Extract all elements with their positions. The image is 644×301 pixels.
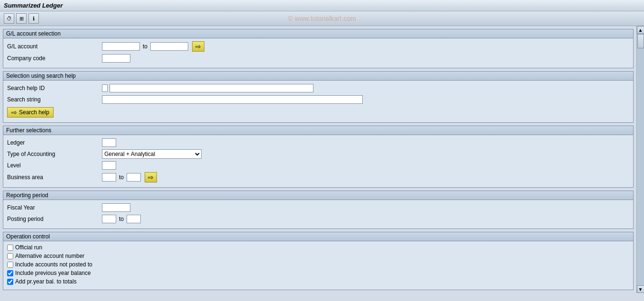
- official-run-label: Official run: [15, 244, 42, 251]
- business-area-from-input[interactable]: [102, 173, 116, 182]
- search-string-input[interactable]: [102, 95, 363, 104]
- include-previous-year-label: Include previous year balance: [15, 270, 91, 276]
- scroll-track: [637, 34, 644, 285]
- business-area-row: Business area to ⇨: [7, 172, 629, 182]
- fiscal-year-label: Fiscal Year: [7, 204, 102, 211]
- ledger-input[interactable]: [102, 138, 116, 147]
- include-previous-year-checkbox[interactable]: [7, 270, 13, 276]
- search-help-btn-arrow-icon: ⇨: [11, 109, 17, 116]
- ledger-row: Ledger: [7, 138, 629, 147]
- reporting-period-section: Reporting period Fiscal Year 2018 Postin…: [3, 191, 634, 229]
- further-selections-header: Further selections: [3, 126, 633, 135]
- toolbar-btn-grid[interactable]: ⊞: [16, 13, 27, 24]
- include-accounts-not-posted-row: Include accounts not posted to: [7, 261, 629, 268]
- type-of-accounting-label: Type of Accounting: [7, 151, 102, 157]
- business-area-to-label: to: [119, 174, 124, 181]
- scroll-thumb[interactable]: [637, 34, 644, 48]
- search-string-row: Search string: [7, 95, 629, 104]
- operation-control-header: Operation control: [3, 232, 633, 241]
- search-help-button[interactable]: ⇨ Search help: [7, 107, 54, 118]
- type-of-accounting-select[interactable]: General + Analytical General Analytical: [102, 149, 202, 159]
- search-help-id-input[interactable]: [110, 84, 313, 92]
- alternative-account-row: Alternative account number: [7, 253, 629, 259]
- title-bar: Summarized Ledger: [0, 0, 644, 11]
- level-row: Level 1: [7, 161, 629, 170]
- add-pr-year-bal-checkbox[interactable]: [7, 279, 13, 285]
- gl-account-arrow-btn[interactable]: ⇨: [192, 41, 204, 52]
- alternative-account-label: Alternative account number: [15, 253, 84, 259]
- gl-account-row: G/L account to ⇨: [7, 41, 629, 52]
- ledger-label: Ledger: [7, 139, 102, 146]
- toolbar-btn-info[interactable]: ℹ: [28, 13, 39, 24]
- official-run-row: Official run: [7, 244, 629, 251]
- search-help-id-label: Search help ID: [7, 85, 102, 91]
- business-area-label: Business area: [7, 174, 102, 181]
- add-pr-year-bal-label: Add pr.year bal. to totals: [15, 278, 76, 285]
- posting-period-from-input[interactable]: 9: [102, 215, 116, 223]
- gl-account-label: G/L account: [7, 43, 102, 50]
- posting-period-row: Posting period 9 to 9: [7, 214, 629, 224]
- fiscal-year-row: Fiscal Year 2018: [7, 203, 629, 212]
- include-previous-year-row: Include previous year balance: [7, 270, 629, 276]
- fiscal-year-input[interactable]: 2018: [102, 203, 130, 212]
- scrollbar[interactable]: ▲ ▼: [636, 26, 644, 293]
- gl-account-to-label: to: [143, 43, 147, 50]
- gl-account-to-input[interactable]: [150, 42, 188, 51]
- company-code-row: Company code 0001: [7, 54, 629, 63]
- gl-account-from-input[interactable]: [102, 42, 140, 51]
- include-accounts-not-posted-checkbox[interactable]: [7, 262, 13, 268]
- search-help-section: Selection using search help Search help …: [3, 71, 634, 123]
- scroll-down-arrow[interactable]: ▼: [637, 285, 644, 293]
- gl-account-selection-section: G/L account selection G/L account to ⇨ C…: [3, 29, 634, 68]
- search-help-btn-label: Search help: [19, 109, 49, 116]
- search-help-btn-row: ⇨ Search help: [7, 106, 629, 118]
- scroll-up-arrow[interactable]: ▲: [637, 26, 644, 34]
- operation-control-section: Operation control Official run Alternati…: [3, 232, 634, 290]
- business-area-to-input[interactable]: [127, 173, 141, 182]
- reporting-period-header: Reporting period: [3, 191, 633, 200]
- official-run-checkbox[interactable]: [7, 245, 13, 251]
- type-of-accounting-row: Type of Accounting General + Analytical …: [7, 149, 629, 159]
- company-code-label: Company code: [7, 55, 102, 62]
- business-area-arrow-btn[interactable]: ⇨: [145, 172, 157, 182]
- include-accounts-not-posted-label: Include accounts not posted to: [15, 261, 92, 268]
- alternative-account-checkbox[interactable]: [7, 253, 13, 259]
- search-help-id-box: [102, 84, 108, 92]
- toolbar: ⏱ ⊞ ℹ © www.tutorialkart.com: [0, 11, 644, 26]
- toolbar-btn-clock[interactable]: ⏱: [4, 13, 14, 24]
- level-input[interactable]: 1: [102, 161, 116, 170]
- watermark: © www.tutorialkart.com: [288, 15, 356, 22]
- search-string-label: Search string: [7, 96, 102, 103]
- posting-period-to-label: to: [119, 216, 124, 222]
- posting-period-label: Posting period: [7, 216, 102, 222]
- posting-period-to-input[interactable]: 9: [127, 215, 141, 223]
- add-pr-year-bal-row: Add pr.year bal. to totals: [7, 278, 629, 285]
- search-help-id-row: Search help ID: [7, 83, 629, 93]
- further-selections-section: Further selections Ledger Type of Accoun…: [3, 126, 634, 188]
- search-help-section-header: Selection using search help: [3, 72, 633, 81]
- gl-account-selection-header: G/L account selection: [3, 29, 633, 38]
- page-title: Summarized Ledger: [4, 2, 63, 9]
- company-code-input[interactable]: 0001: [102, 54, 130, 63]
- level-label: Level: [7, 162, 102, 169]
